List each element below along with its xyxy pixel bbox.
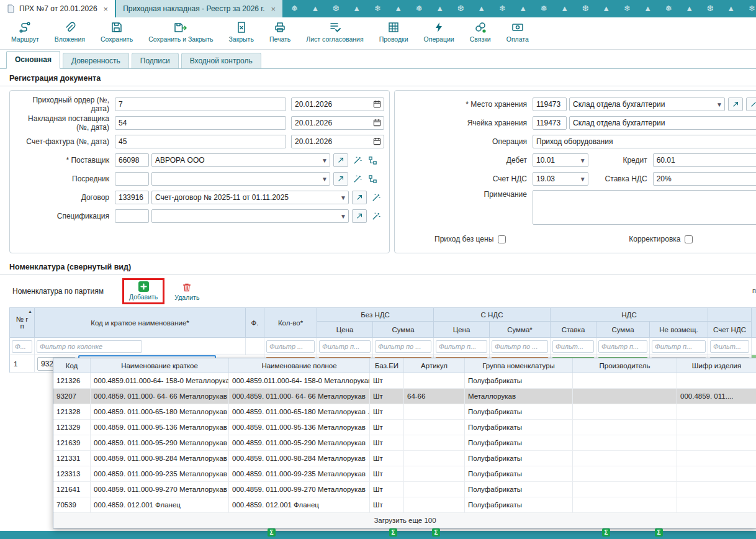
column-header-row-no[interactable]: № г п ▲ <box>10 308 35 338</box>
list-item-selected[interactable]: 93207000.4859. 011.000- 64- 66 Металлору… <box>53 389 756 404</box>
sum-icon[interactable]: Σ <box>655 528 663 537</box>
column-header-f[interactable]: Ф. <box>246 308 264 338</box>
mediator-combo[interactable]: ▼ <box>151 172 330 186</box>
credit-input[interactable] <box>653 153 756 167</box>
column-header-code-name[interactable]: Код и краткое наименование* <box>35 308 246 338</box>
filter-row-no-input[interactable] <box>12 340 32 353</box>
filter-price-with-vat-input[interactable] <box>436 340 487 353</box>
filter-sum-no-vat-input[interactable] <box>375 340 431 353</box>
no-price-checkbox[interactable] <box>498 235 506 243</box>
filter-price-no-vat-input[interactable] <box>319 340 371 353</box>
tab-signatures[interactable]: Подписи <box>132 53 179 68</box>
supplier-tree-button[interactable] <box>366 153 379 167</box>
print-button[interactable]: Печать <box>269 21 290 43</box>
filter-code-name-input[interactable] <box>37 340 142 353</box>
supplier-combo[interactable]: АВРОРА ООО ▼ <box>151 153 330 167</box>
pick-mediator-button[interactable] <box>350 172 364 186</box>
open-storage-button[interactable] <box>728 97 743 111</box>
vat-rate-input[interactable] <box>653 172 756 186</box>
invoice-date-field[interactable] <box>291 135 384 148</box>
calendar-icon[interactable] <box>373 119 381 127</box>
list-item[interactable]: 121329000.4859. 011.000-95-136 Металлору… <box>53 420 756 435</box>
links-button[interactable]: Связки <box>470 21 491 43</box>
correction-checkbox[interactable] <box>685 235 693 243</box>
chevron-down-icon[interactable]: ▼ <box>577 176 586 183</box>
chevron-down-icon[interactable]: ▼ <box>319 157 328 164</box>
chevron-down-icon[interactable]: ▼ <box>319 176 328 183</box>
chevron-down-icon[interactable]: ▼ <box>577 157 586 164</box>
column-header-qty[interactable]: Кол-во* <box>264 308 317 338</box>
calendar-icon[interactable] <box>373 100 381 108</box>
column-header-non-refundable[interactable]: Не возмещ. <box>650 322 708 338</box>
route-button[interactable]: Маршрут <box>11 21 39 43</box>
supplier-invoice-date-field[interactable] <box>291 116 384 130</box>
filter-qty-input[interactable] <box>266 340 315 353</box>
chevron-down-icon[interactable]: ▼ <box>338 194 346 201</box>
tab-input-control[interactable]: Входной контроль <box>181 53 261 68</box>
list-item[interactable]: 123313000.4859. 011.000-99-235 Металлору… <box>53 466 756 482</box>
open-contract-button[interactable] <box>352 191 367 204</box>
delete-row-button[interactable]: Удалить <box>174 282 199 301</box>
supplier-code-input[interactable] <box>115 153 149 167</box>
column-header-sum-with-vat[interactable]: Сумма* <box>490 322 551 338</box>
close-icon[interactable]: × <box>104 4 109 14</box>
load-more-button[interactable]: Загрузить еще 100 <box>53 513 756 528</box>
pick-supplier-button[interactable] <box>350 153 364 167</box>
filter-vat-rate-input[interactable] <box>552 340 594 353</box>
supplier-invoice-no-input[interactable] <box>115 116 286 130</box>
column-header-vat-rate[interactable]: Ставка <box>551 322 596 338</box>
filter-vat-sum-input[interactable] <box>598 340 647 353</box>
attachments-button[interactable]: Вложения <box>55 21 85 43</box>
close-icon[interactable]: × <box>271 4 276 14</box>
storage-code-input[interactable] <box>533 97 567 111</box>
contract-combo[interactable]: Счет-договор № 2025-11 от 01.11.2025 ▼ <box>151 191 349 204</box>
pick-specification-button[interactable] <box>369 209 382 223</box>
list-item[interactable]: 121331000.4859. 011.000-98-284 Металлору… <box>53 451 756 466</box>
column-header-vat-account[interactable]: Счет НДС <box>708 322 752 338</box>
column-header-sum-no-vat[interactable]: Сумма <box>373 322 434 338</box>
payment-button[interactable]: Оплата <box>506 21 529 43</box>
list-item[interactable]: 121328000.4859. 011.000-65-180 Металлору… <box>53 404 756 420</box>
order-no-input[interactable] <box>115 97 286 111</box>
specification-combo[interactable]: ▼ <box>151 209 349 223</box>
storage-cell-code-input[interactable] <box>533 116 567 130</box>
note-textarea[interactable] <box>533 190 756 225</box>
save-button[interactable]: Сохранить <box>101 21 133 43</box>
save-and-close-button[interactable]: Сохранить и Закрыть <box>148 21 213 43</box>
invoice-no-input[interactable] <box>115 135 286 148</box>
tab-main[interactable]: Основная <box>6 51 60 69</box>
postings-button[interactable]: Проводки <box>379 21 408 43</box>
vat-account-combo[interactable]: 19.03 ▼ <box>533 172 588 186</box>
order-date-field[interactable] <box>291 97 384 111</box>
filter-sum-with-vat-input[interactable] <box>492 340 548 353</box>
tab-power-of-attorney[interactable]: Доверенность <box>63 53 129 68</box>
add-row-button[interactable]: Добавить <box>129 281 158 301</box>
column-header-price-no-vat[interactable]: Цена <box>317 322 373 338</box>
window-tab-registry[interactable]: Приходная накладная - Реестр за 2026 г. … <box>116 0 282 17</box>
filter-vat-account-input[interactable] <box>710 340 749 353</box>
operations-button[interactable]: Операции <box>424 21 454 43</box>
window-tab-current[interactable]: ПРХ №7 от 20.01.2026 × <box>0 0 115 17</box>
open-specification-button[interactable] <box>352 209 367 223</box>
invoice-date-input[interactable] <box>291 135 384 148</box>
supplier-invoice-date-input[interactable] <box>291 116 384 130</box>
open-mediator-button[interactable] <box>333 172 348 186</box>
sum-icon[interactable]: Σ <box>432 528 440 537</box>
sum-icon[interactable]: Σ <box>268 528 276 537</box>
sum-icon[interactable]: Σ <box>389 528 397 537</box>
column-header-price-with-vat[interactable]: Цена <box>434 322 490 338</box>
list-item[interactable]: 121641000.4859. 011.000-99-270 Металлору… <box>53 482 756 497</box>
chevron-down-icon[interactable]: ▼ <box>714 101 722 108</box>
open-supplier-button[interactable] <box>333 153 348 167</box>
storage-cell-name-input[interactable] <box>569 116 756 130</box>
list-item[interactable]: 121639000.4859. 011.000-95-290 Металлору… <box>53 435 756 451</box>
approval-sheet-button[interactable]: Лист согласования <box>306 21 363 43</box>
close-document-button[interactable]: Закрыть <box>228 21 253 43</box>
operation-input[interactable] <box>533 135 756 148</box>
mediator-code-input[interactable] <box>115 172 149 186</box>
pick-contract-button[interactable] <box>369 191 382 204</box>
chevron-down-icon[interactable]: ▼ <box>338 213 346 220</box>
storage-combo[interactable]: Склад отдела бухгалтерии ▼ <box>569 97 725 111</box>
contract-code-input[interactable] <box>115 191 149 204</box>
debit-combo[interactable]: 10.01 ▼ <box>533 153 588 167</box>
